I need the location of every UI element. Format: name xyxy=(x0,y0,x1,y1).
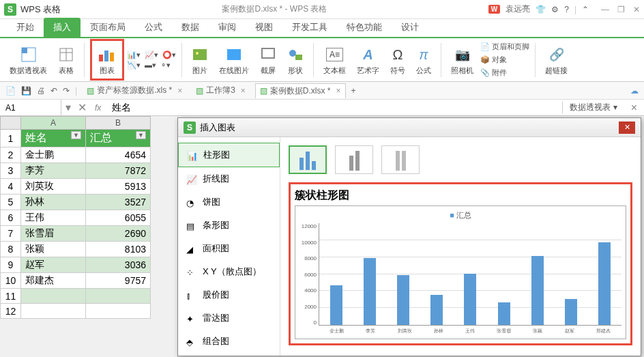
row-header[interactable]: 5 xyxy=(1,195,21,210)
qa-undo-icon[interactable]: ↶ xyxy=(50,86,57,96)
tab-insert[interactable]: 插入 xyxy=(44,18,80,37)
ribbon-object[interactable]: 📦 对象 xyxy=(480,55,529,65)
formula-input[interactable]: 姓名 xyxy=(106,102,562,114)
cloud-icon[interactable]: ☁ xyxy=(630,86,639,96)
ribbon-camera[interactable]: 📷 照相机 xyxy=(447,42,478,77)
row-header[interactable]: 6 xyxy=(1,210,21,226)
subtype-100stacked[interactable] xyxy=(381,145,420,174)
tab-data[interactable]: 数据 xyxy=(172,18,209,37)
cell[interactable]: 李芳 xyxy=(21,163,86,179)
name-box-dropdown-icon[interactable]: ▾ xyxy=(61,101,75,114)
row-header[interactable]: 9 xyxy=(1,257,21,273)
cell[interactable]: 9757 xyxy=(86,273,151,289)
cell[interactable] xyxy=(21,289,86,304)
ribbon-symbol[interactable]: Ω 符号 xyxy=(386,42,409,77)
ribbon-picture[interactable]: 图片 xyxy=(188,42,212,77)
cell[interactable]: 5913 xyxy=(86,179,151,195)
subtype-clustered[interactable] xyxy=(289,145,327,174)
dialog-titlebar[interactable]: S 插入图表 ✕ xyxy=(178,118,641,137)
tab-special[interactable]: 特色功能 xyxy=(337,18,392,37)
cell[interactable] xyxy=(21,304,86,319)
tab-view[interactable]: 视图 xyxy=(246,18,282,37)
file-tab-2[interactable]: ▧工作簿3× xyxy=(192,83,250,98)
chart-type-area[interactable]: ◢面积图 xyxy=(178,237,280,260)
row-header[interactable]: 2 xyxy=(1,147,21,163)
close-panel-icon[interactable]: × xyxy=(624,102,644,114)
row-header[interactable]: 12 xyxy=(1,304,21,319)
ribbon-equation[interactable]: π 公式 xyxy=(412,42,435,77)
chart-type-line[interactable]: 📈折线图 xyxy=(178,167,280,190)
cell[interactable]: 6055 xyxy=(86,210,151,226)
cell[interactable]: 张颖 xyxy=(21,242,86,257)
cell-header-total[interactable]: 汇总▼ xyxy=(86,130,151,147)
ribbon-screenshot[interactable]: 截屏 xyxy=(256,42,280,77)
ribbon-attachment[interactable]: 📎 附件 xyxy=(480,68,529,78)
ribbon-shapes[interactable]: 形状 xyxy=(283,42,308,77)
user-name[interactable]: 袁远亮 xyxy=(506,3,530,15)
sync-icon[interactable]: 👕 xyxy=(536,5,546,14)
row-header[interactable]: 3 xyxy=(1,163,21,179)
cell[interactable]: 4654 xyxy=(86,147,151,163)
cell[interactable]: 王伟 xyxy=(21,210,86,226)
cell[interactable]: 3036 xyxy=(86,257,151,273)
ribbon-pivot[interactable]: 数据透视表 xyxy=(5,42,51,77)
tab-review[interactable]: 审阅 xyxy=(209,18,246,37)
minimize-button[interactable]: — xyxy=(601,5,609,14)
close-button[interactable]: ✕ xyxy=(633,5,640,14)
tab-formula[interactable]: 公式 xyxy=(135,18,172,37)
tab-start[interactable]: 开始 xyxy=(7,18,44,37)
row-header[interactable]: 7 xyxy=(1,226,21,242)
cell[interactable]: 赵军 xyxy=(21,257,86,273)
cell[interactable]: 8103 xyxy=(86,242,151,257)
add-tab-button[interactable]: + xyxy=(351,86,356,96)
restore-button[interactable]: ❐ xyxy=(617,5,625,14)
select-all-corner[interactable] xyxy=(1,117,21,130)
ribbon-chart[interactable]: 图表 xyxy=(93,42,121,77)
col-header-a[interactable]: A xyxy=(21,117,86,130)
ribbon-wordart[interactable]: A 艺术字 xyxy=(353,42,383,77)
ribbon-header-footer[interactable]: 📄 页眉和页脚 xyxy=(480,42,529,52)
row-header[interactable]: 11 xyxy=(1,289,21,304)
subtype-stacked[interactable] xyxy=(335,145,373,174)
chart-type-radar[interactable]: ✦雷达图 xyxy=(178,306,280,330)
close-tab-icon[interactable]: × xyxy=(177,86,182,96)
pivot-table-dropdown[interactable]: 数据透视表 ▾ xyxy=(562,102,624,113)
cell[interactable]: 7872 xyxy=(86,163,151,179)
close-tab-icon[interactable]: × xyxy=(336,86,341,96)
chart-quick-types[interactable]: 📊▾📈▾⭕▾ 📉▾▬▾⚬▾ xyxy=(127,51,176,70)
fx-label[interactable]: fx xyxy=(89,103,106,113)
ribbon-table[interactable]: 表格 xyxy=(54,42,78,77)
chart-type-column[interactable]: 📊柱形图 xyxy=(178,143,280,167)
row-header[interactable]: 4 xyxy=(1,179,21,195)
ribbon-hyperlink[interactable]: 🔗 超链接 xyxy=(541,42,572,77)
chart-type-pie[interactable]: ◔饼图 xyxy=(178,190,280,214)
tab-page-layout[interactable]: 页面布局 xyxy=(80,18,135,37)
row-header[interactable]: 10 xyxy=(1,273,21,289)
name-box[interactable]: A1 xyxy=(0,100,61,115)
ribbon-online-picture[interactable]: 在线图片 xyxy=(215,42,253,77)
chart-preview-inner[interactable]: ■ 汇总 120001000080006000400020000 金士鹏李芳刘英… xyxy=(295,205,626,339)
dialog-close-button[interactable]: ✕ xyxy=(619,122,635,134)
cell[interactable]: 张雪眉 xyxy=(21,226,86,242)
spreadsheet[interactable]: A B 1姓名▼汇总▼2金士鹏46543李芳78724刘英玫59135孙林352… xyxy=(0,116,151,319)
row-header[interactable]: 8 xyxy=(1,242,21,257)
chart-type-scatter[interactable]: ⁘X Y（散点图） xyxy=(178,260,280,283)
col-header-b[interactable]: B xyxy=(86,117,151,130)
row-header[interactable]: 1 xyxy=(1,130,21,147)
close-tab-icon[interactable]: × xyxy=(241,86,246,96)
tab-dev[interactable]: 开发工具 xyxy=(282,18,337,37)
chart-type-stock[interactable]: ⫿股价图 xyxy=(178,283,280,306)
cell[interactable]: 刘英玫 xyxy=(21,179,86,195)
cell[interactable]: 2690 xyxy=(86,226,151,242)
tab-design[interactable]: 设计 xyxy=(392,18,428,37)
help-icon[interactable]: ? xyxy=(564,5,569,14)
collapse-ribbon-icon[interactable]: ⌃ xyxy=(582,5,589,14)
cell[interactable]: 孙林 xyxy=(21,195,86,210)
qa-save-icon[interactable]: 💾 xyxy=(21,86,31,96)
fx-cancel-icon[interactable]: ✕ xyxy=(75,101,89,114)
cell-header-name[interactable]: 姓名▼ xyxy=(21,130,86,147)
file-tab-1[interactable]: ▧资产标签源数据.xls *× xyxy=(83,83,186,98)
qa-new-icon[interactable]: 📄 xyxy=(5,86,16,96)
cell[interactable] xyxy=(86,289,151,304)
settings-icon[interactable]: ⚙ xyxy=(551,5,559,14)
